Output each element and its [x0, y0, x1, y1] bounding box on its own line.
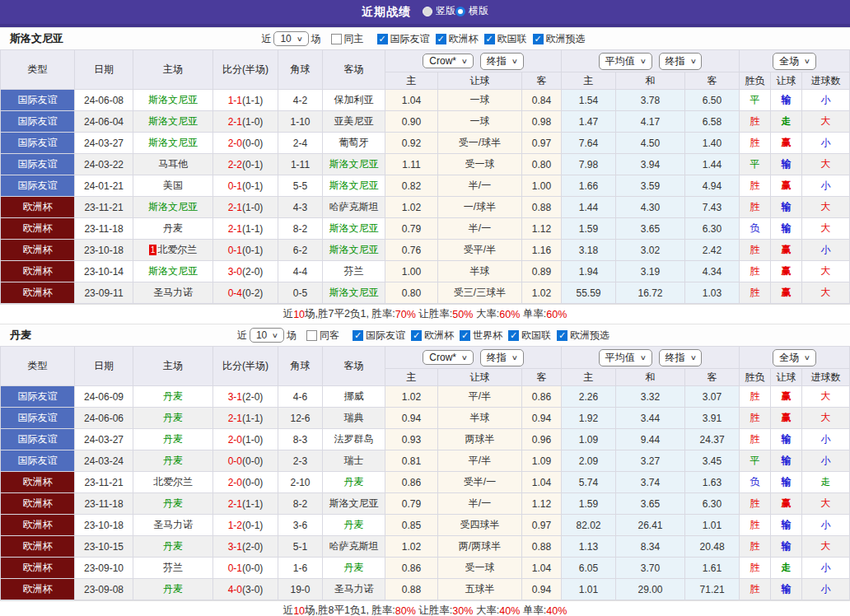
match-row: 欧洲杯 23-11-21 北爱尔兰 2-0(0-0) 2-10 丹麦 0.86 … — [1, 472, 850, 493]
odds-time-select[interactable]: 终指∨ — [480, 53, 524, 70]
league-filter-checkbox[interactable]: ✓ — [508, 330, 519, 341]
odds-home-cell: 0.81 — [385, 450, 438, 472]
col-score: 比分(半场) — [213, 347, 278, 386]
result-handicap-cell: 输 — [771, 515, 802, 536]
match-row: 国际友谊 24-06-04 斯洛文尼亚 2-1(1-0) 1-10 亚美尼亚 0… — [1, 111, 850, 133]
col-date: 日期 — [75, 347, 133, 386]
avg-away-cell: 6.30 — [685, 493, 740, 515]
summary-segment: 单率: — [520, 604, 546, 616]
odds-source-select[interactable]: Crow*∨ — [423, 54, 474, 68]
summary-segment: 让胜率: — [416, 307, 452, 321]
avg-time-select[interactable]: 终指∨ — [659, 349, 703, 366]
layout-radio-horizontal[interactable]: 横版 — [455, 4, 488, 18]
away-team-cell: 保加利亚 — [323, 90, 385, 111]
odds-home-cell: 0.86 — [385, 472, 438, 493]
odds-away-cell: 0.88 — [522, 536, 562, 558]
result-goals-cell: 小 — [802, 175, 850, 197]
team-sections: 斯洛文尼亚 近 10∨ 场 同主 ✓国际友谊✓欧洲杯✓欧国联✓欧洲预选 类型 日… — [0, 27, 850, 616]
league-filter-label: 国际友谊 — [390, 32, 430, 46]
date-cell: 24-03-27 — [75, 133, 133, 154]
col-result-handicap: 让球 — [771, 72, 802, 90]
result-wdl-cell: 平 — [740, 154, 771, 175]
league-filter-checkbox[interactable]: ✓ — [484, 34, 495, 44]
result-handicap-cell: 赢 — [771, 133, 802, 154]
date-cell: 23-09-11 — [75, 282, 133, 304]
odds-home-cell: 0.79 — [385, 218, 438, 240]
match-count-select[interactable]: 10∨ — [273, 31, 308, 46]
avg-draw-cell: 3.65 — [616, 218, 685, 240]
league-filter-checkbox[interactable]: ✓ — [353, 330, 363, 341]
league-filter-checkbox[interactable]: ✓ — [436, 34, 446, 44]
col-home: 主场 — [133, 50, 213, 90]
home-team-cell: 丹麦 — [133, 579, 213, 600]
col-type: 类型 — [1, 347, 75, 386]
same-side-checkbox[interactable] — [306, 330, 317, 341]
league-filter-checkbox[interactable]: ✓ — [557, 330, 567, 341]
layout-radio-vertical[interactable]: 竖版 — [423, 4, 455, 18]
summary-segment: 场,胜7平2负1, 胜率: — [305, 307, 395, 321]
result-wdl-cell: 胜 — [740, 197, 771, 218]
league-filter-label: 欧洲预选 — [546, 32, 586, 46]
avg-value-select[interactable]: 平均值∨ — [599, 53, 652, 70]
avg-away-cell: 1.61 — [685, 558, 740, 579]
league-filter-label: 欧洲杯 — [449, 32, 479, 46]
red-card-badge: 1 — [149, 245, 157, 255]
corners-cell: 12-6 — [278, 408, 323, 429]
league-filter-checkbox[interactable]: ✓ — [460, 330, 470, 341]
league-filter-checkbox[interactable]: ✓ — [533, 34, 544, 44]
team-name: 斯洛文尼亚 — [10, 31, 63, 46]
radio-label: 竖版 — [436, 4, 455, 18]
corners-cell: 4-4 — [278, 261, 323, 282]
date-cell: 24-06-09 — [75, 386, 133, 408]
date-cell: 23-10-18 — [75, 515, 133, 536]
date-cell: 23-11-18 — [75, 493, 133, 515]
team-section-header: 丹麦 近 10∨ 场 同客 ✓国际友谊✓欧洲杯✓世界杯✓欧国联✓欧洲预选 — [0, 324, 850, 346]
match-count-select[interactable]: 10∨ — [250, 328, 284, 343]
odds-time-select[interactable]: 终指∨ — [480, 349, 524, 366]
corners-cell: 4-6 — [278, 386, 323, 408]
league-cell: 欧洲杯 — [1, 240, 75, 261]
league-cell: 欧洲杯 — [1, 558, 75, 579]
scope-select[interactable]: 全场∨ — [773, 53, 816, 70]
avg-time-select[interactable]: 终指∨ — [659, 53, 703, 70]
corners-cell: 3-6 — [278, 515, 323, 536]
away-team-cell: 挪威 — [323, 386, 385, 408]
odds-home-cell: 1.02 — [385, 197, 438, 218]
corners-cell: 5-1 — [278, 536, 323, 558]
titlebar: 近期战绩 竖版 横版 — [0, 0, 850, 27]
col-score: 比分(半场) — [213, 50, 278, 90]
date-cell: 23-11-21 — [75, 197, 133, 218]
result-goals-cell: 小 — [802, 579, 850, 600]
match-row: 欧洲杯 23-11-18 丹麦 2-1(1-1) 8-2 斯洛文尼亚 0.79 … — [1, 493, 850, 515]
col-odds-home: 主 — [385, 72, 438, 90]
result-goals-cell: 大 — [802, 493, 850, 515]
col-odds-handicap: 让球 — [438, 72, 522, 90]
avg-draw-cell: 8.34 — [616, 536, 685, 558]
result-goals-cell: 小 — [802, 515, 850, 536]
league-filter-checkbox[interactable]: ✓ — [411, 330, 422, 341]
odds-home-cell: 0.88 — [385, 579, 438, 600]
col-away: 客场 — [323, 50, 385, 90]
odds-away-cell: 1.09 — [522, 450, 562, 472]
avg-draw-cell: 26.41 — [616, 515, 685, 536]
result-group-header: 全场∨ — [740, 347, 850, 369]
corners-cell: 8-3 — [278, 429, 323, 450]
match-row: 欧洲杯 23-10-14 斯洛文尼亚 3-0(2-0) 4-4 芬兰 1.00 … — [1, 261, 850, 282]
same-side-checkbox[interactable] — [331, 34, 342, 44]
odds-handicap-cell: 受半/一 — [438, 472, 522, 493]
odds-handicap-cell: 受三/三球半 — [438, 282, 522, 304]
col-corners: 角球 — [278, 50, 323, 90]
league-cell: 国际友谊 — [1, 175, 75, 197]
avg-draw-cell: 9.44 — [616, 429, 685, 450]
away-team-cell: 斯洛文尼亚 — [323, 493, 385, 515]
odds-away-cell: 0.84 — [522, 90, 562, 111]
chevron-down-icon: ∨ — [511, 354, 518, 362]
avg-value-select[interactable]: 平均值∨ — [599, 349, 652, 366]
scope-select[interactable]: 全场∨ — [773, 349, 816, 366]
odds-home-cell: 1.02 — [385, 536, 438, 558]
league-cell: 欧洲杯 — [1, 536, 75, 558]
odds-away-cell: 0.86 — [522, 386, 562, 408]
league-filter-checkbox[interactable]: ✓ — [377, 34, 388, 44]
odds-source-select[interactable]: Crow*∨ — [423, 350, 474, 365]
avg-away-cell: 6.30 — [685, 218, 740, 240]
